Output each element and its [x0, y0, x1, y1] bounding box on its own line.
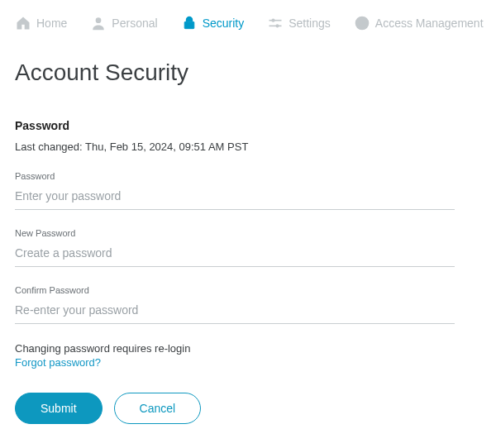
nav-settings-label: Settings [289, 17, 331, 30]
current-password-label: Password [15, 171, 455, 181]
relogin-note: Changing password requires re-login [15, 342, 481, 355]
svg-rect-3 [269, 26, 282, 27]
sliders-icon [267, 15, 284, 31]
forgot-password-link[interactable]: Forgot password? [15, 356, 101, 369]
nav-security-label: Security [203, 17, 245, 30]
nav-access[interactable]: Access Management [354, 15, 484, 31]
nav-home[interactable]: Home [15, 15, 67, 31]
confirm-password-label: Confirm Password [15, 285, 455, 295]
page-title: Account Security [15, 60, 481, 86]
svg-point-5 [276, 24, 279, 27]
svg-point-0 [96, 17, 102, 23]
nav-personal[interactable]: Personal [90, 15, 157, 31]
last-changed-prefix: Last changed: [15, 141, 85, 153]
button-row: Submit Cancel [15, 393, 481, 424]
confirm-password-input[interactable] [15, 300, 455, 324]
new-password-input[interactable] [15, 243, 455, 267]
top-nav: Home Personal Security Settings Access M… [0, 0, 496, 40]
new-password-label: New Password [15, 228, 455, 238]
nav-home-label: Home [36, 17, 67, 30]
key-icon [354, 15, 370, 31]
svg-rect-2 [269, 20, 282, 21]
main-content: Account Security Password Last changed: … [0, 40, 496, 439]
home-icon [15, 15, 31, 31]
lock-icon [181, 15, 198, 31]
last-changed-line: Last changed: Thu, Feb 15, 2024, 09:51 A… [15, 141, 481, 153]
nav-access-label: Access Management [375, 17, 484, 30]
svg-point-4 [272, 19, 275, 22]
current-password-group: Password [15, 171, 455, 210]
person-icon [90, 15, 107, 31]
svg-rect-9 [365, 22, 366, 25]
password-section-label: Password [15, 119, 481, 132]
svg-rect-1 [184, 21, 194, 28]
last-changed-timestamp: Thu, Feb 15, 2024, 09:51 AM PST [85, 141, 248, 153]
nav-settings[interactable]: Settings [267, 15, 331, 31]
current-password-input[interactable] [15, 186, 455, 210]
nav-security[interactable]: Security [181, 15, 245, 31]
nav-personal-label: Personal [112, 17, 157, 30]
submit-button[interactable]: Submit [15, 393, 103, 424]
new-password-group: New Password [15, 228, 455, 267]
confirm-password-group: Confirm Password [15, 285, 455, 324]
cancel-button[interactable]: Cancel [114, 393, 202, 424]
